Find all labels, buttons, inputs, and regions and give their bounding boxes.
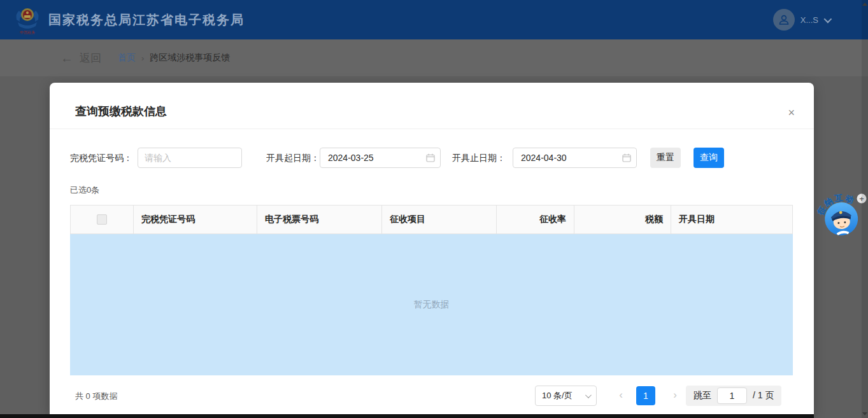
app-header: 中国税务 国家税务总局江苏省电子税务局 X...S [0,0,868,39]
empty-state-text: 暂无数据 [414,299,450,310]
page-total-suffix: / 1 页 [753,390,774,401]
user-avatar [773,9,795,31]
column-header-eticket-number: 电子税票号码 [257,206,381,233]
column-header-issue-date: 开具日期 [671,206,792,233]
end-date-field [513,148,637,168]
table-empty-area: 暂无数据 [70,234,793,375]
total-count-text: 共 0 项数据 [75,391,117,402]
voucher-number-input[interactable] [138,148,242,168]
prev-page-button[interactable]: ‹ [611,386,631,406]
page: 中国税务 国家税务总局江苏省电子税务局 X...S ← 返回 首页 › 跨区域涉… [0,0,868,418]
column-header-tax-amount: 税额 [574,206,671,233]
calendar-icon[interactable] [426,153,435,162]
table-header-row: 完税凭证号码 电子税票号码 征收项目 征收率 税额 开具日期 [70,205,793,234]
breadcrumb-home-link[interactable]: 首页 [118,52,136,64]
bottom-strip [0,414,814,418]
modal-title: 查询预缴税款信息 [75,104,167,119]
column-header-levy-item: 征收项目 [381,206,496,233]
reset-button[interactable]: 重置 [650,148,681,168]
app-title: 国家税务总局江苏省电子税务局 [48,11,245,29]
select-all-checkbox[interactable] [97,214,107,225]
query-button[interactable]: 查询 [694,148,724,168]
column-header-voucher-number: 完税凭证号码 [133,206,257,233]
calendar-icon[interactable] [622,153,631,162]
chevron-down-icon [824,15,832,23]
scrollbar[interactable] [862,0,868,418]
current-page-button[interactable]: 1 [636,386,655,405]
scroll-down-icon [862,412,867,415]
breadcrumb-current: 跨区域涉税事项反馈 [150,52,230,64]
voucher-number-label: 完税凭证号码： [70,148,132,168]
end-date-input[interactable] [513,148,637,168]
close-icon[interactable]: × [788,107,795,118]
page-size-value: 10 条/页 [542,390,573,401]
person-icon [778,13,790,26]
back-label: 返回 [80,51,101,66]
start-date-field [320,148,441,168]
svg-text:中国税务: 中国税务 [20,31,35,35]
selection-summary: 已选0条 [70,185,99,196]
page-size-select[interactable]: 10 条/页 [535,386,597,406]
back-button[interactable]: ← 返回 [60,51,101,66]
end-date-label: 开具止日期： [452,148,506,168]
breadcrumb: 首页 › 跨区域涉税事项反馈 [118,52,230,64]
user-name: X...S [800,15,818,25]
select-all-cell [71,206,133,233]
prepaid-tax-table: 完税凭证号码 电子税票号码 征收项目 征收率 税额 开具日期 暂无数据 [70,205,793,375]
jump-label: 跳至 [694,390,711,401]
breadcrumb-bar: ← 返回 首页 › 跨区域涉税事项反馈 [0,39,868,76]
tax-emblem-logo-icon: 中国税务 [14,4,41,35]
back-arrow-icon: ← [60,52,73,64]
start-date-label: 开具起日期： [266,148,320,168]
user-menu[interactable]: X...S [773,9,830,31]
title-divider [50,129,814,129]
start-date-input[interactable] [320,148,441,168]
page-jump-group: 跳至 / 1 页 [686,386,781,406]
interaction-mascot-button[interactable]: 征纳互动 + [816,188,868,242]
column-header-levy-rate: 征收率 [496,206,574,233]
query-prepaid-tax-modal: 查询预缴税款信息 × 完税凭证号码： 开具起日期： 开具止日期： [50,83,814,414]
jump-page-input[interactable] [717,387,747,404]
next-page-button[interactable]: › [665,386,685,406]
chevron-down-icon [585,392,592,398]
scroll-up-icon [862,3,867,6]
breadcrumb-separator: › [141,53,144,63]
